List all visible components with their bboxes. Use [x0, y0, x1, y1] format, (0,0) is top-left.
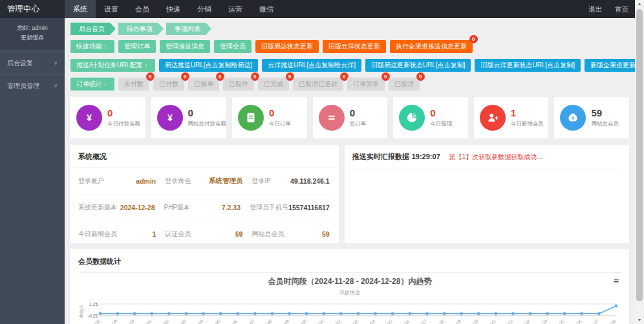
- breadcrumb-item-1[interactable]: 待办事项: [118, 23, 164, 35]
- nav-right-links: 退出首页: [582, 0, 635, 18]
- member-stats-panel: 会员数据统计 会员时间段（2024-11-28 - 2024-12-28）内趋势…: [70, 249, 629, 324]
- svg-text:12/03: 12/03: [176, 318, 187, 324]
- order-stat-button-2[interactable]: 已接单0: [188, 78, 219, 91]
- svg-text:12/24: 12/24: [537, 318, 548, 324]
- push-url-button-2[interactable]: 旧版易达更新状态URL[点击复制]: [365, 59, 471, 72]
- system-cell: 网站总会员59: [252, 221, 330, 243]
- chart-menu-icon[interactable]: ≡: [614, 277, 619, 286]
- push-report-message: 第【1】次获取新数据获取成功...: [449, 153, 542, 160]
- order-stat-button-0[interactable]: 未付数0: [118, 78, 149, 91]
- system-cell-value: 49.118.246.1: [290, 177, 330, 185]
- breadcrumb-item-2[interactable]: 事项列表: [166, 23, 211, 35]
- svg-text:12/07: 12/07: [245, 318, 256, 324]
- order-stat-button-5[interactable]: 已取消已退款0: [293, 78, 343, 91]
- order-stat-button-6[interactable]: 订单异常0: [347, 78, 385, 91]
- system-cell-label: 网站总会员: [252, 230, 284, 239]
- trend-line-chart: 单位/人1.25-0.2511/2811/2911/3012/0112/0212…: [78, 299, 621, 324]
- stat-card-meta: 0总订单: [350, 107, 367, 128]
- sidebar-menu: 后台设置∨管理员管理∨: [0, 52, 65, 97]
- sidebar-item-0[interactable]: 后台设置∨: [0, 52, 65, 74]
- push-url-button-0[interactable]: 易达推送URL[点击复制给易达]: [159, 59, 259, 72]
- push-report-title: 推送实时汇报数据: [352, 153, 409, 160]
- chart-title: 会员时间段（2024-11-28 - 2024-12-28）内趋势: [78, 276, 621, 287]
- nav-link-1[interactable]: 首页: [608, 0, 635, 18]
- stat-card-meta: 0今日订单: [269, 107, 291, 128]
- quick-orange-button-0[interactable]: 旧版易达状态更新: [255, 40, 319, 53]
- badge: 0: [416, 72, 425, 81]
- quick-orange-button-1[interactable]: 旧版云洋状态更新: [323, 40, 386, 53]
- system-cell-value: 1: [152, 230, 156, 238]
- stat-card-value: 59: [591, 107, 619, 118]
- nav-item-6[interactable]: 微信: [251, 0, 282, 18]
- sidebar-item-label: 管理员管理: [7, 81, 39, 91]
- nav-item-3[interactable]: 快递: [158, 0, 189, 18]
- system-cell-value: admin: [136, 177, 156, 185]
- svg-text:12/15: 12/15: [382, 318, 393, 324]
- stat-card-value: 0: [269, 107, 291, 118]
- chart-head: 会员时间段（2024-11-28 - 2024-12-28）内趋势 讯敏快递 ≡: [78, 276, 621, 296]
- sidebar-item-1[interactable]: 管理员管理∨: [0, 74, 65, 97]
- user-add-icon: [480, 105, 506, 131]
- order-stats-row: 订单统计： 未付数0已付数0已接单0已取件0已完成0已取消已退款0订单异常0已取…: [70, 78, 629, 91]
- svg-text:11/29: 11/29: [107, 318, 118, 324]
- svg-text:-0.25: -0.25: [88, 314, 98, 318]
- svg-text:12/05: 12/05: [210, 318, 221, 324]
- system-cell: PHP版本7.2.33: [164, 195, 250, 221]
- stat-card-value: 0: [430, 107, 452, 118]
- nav-link-0[interactable]: 退出: [582, 0, 608, 18]
- nav-items: 系统设置会员快递分销运营微信: [65, 0, 282, 18]
- push-url-button-4[interactable]: 新版全渠道更新状态URL[点击复制]: [585, 59, 635, 72]
- system-cell-label: 管理员手机号: [250, 203, 288, 212]
- stat-card-meta: 0今日付款金额: [107, 107, 140, 128]
- nav-item-5[interactable]: 运营: [220, 0, 251, 18]
- stat-card-5[interactable]: 1今日新增会员: [474, 97, 549, 138]
- svg-text:12/06: 12/06: [228, 318, 239, 324]
- scroll-down-icon[interactable]: ▼: [635, 316, 644, 324]
- stat-card-2[interactable]: 0今日订单: [232, 97, 307, 138]
- page-scrollbar[interactable]: ▲ ▼: [635, 0, 644, 324]
- push-url-button-1[interactable]: 云洋推送URL[点击复制给云洋]: [262, 59, 361, 72]
- quick-green-button-2[interactable]: 管理会员: [214, 40, 252, 53]
- stat-card-label: 网站总付款金额: [188, 120, 227, 128]
- system-cell-label: 登录账户: [78, 177, 104, 186]
- stat-card-label: 今日新增会员: [511, 120, 544, 128]
- stat-card-meta: 0今日提现: [430, 107, 452, 128]
- order-stat-button-3[interactable]: 已取件0: [223, 78, 254, 91]
- stat-card-label: 今日付款金额: [107, 120, 140, 128]
- scrollbar-thumb[interactable]: [636, 9, 643, 301]
- nav-item-2[interactable]: 会员: [127, 0, 158, 18]
- order-stat-button-7[interactable]: 已取消0: [389, 78, 420, 91]
- order-stat-button-4[interactable]: 已完成0: [258, 78, 289, 91]
- push-report-line: 推送实时汇报数据19:29:07第【1】次获取新数据获取成功...: [352, 145, 621, 170]
- breadcrumb-item-0[interactable]: 后台首页: [70, 23, 116, 35]
- svg-text:12/26: 12/26: [572, 318, 583, 324]
- chevron-down-icon: ∨: [54, 83, 58, 89]
- quick-green-button-1[interactable]: 管理推送消息: [160, 40, 210, 53]
- order-stat-button-1[interactable]: 已付数0: [153, 78, 184, 91]
- push-url-button-3[interactable]: 旧版云洋更新状态URL[点击复制]: [475, 59, 581, 72]
- chevron-down-icon: ∨: [54, 60, 58, 66]
- stat-card-1[interactable]: ¥0网站总付款金额: [151, 97, 227, 138]
- moneybag-icon: ¥: [560, 105, 586, 131]
- stat-card-value: 0: [188, 107, 227, 118]
- svg-text:12/19: 12/19: [451, 318, 462, 324]
- refresh-cache-link[interactable]: 更新缓存: [1, 33, 63, 43]
- quick-orange-button-2[interactable]: 执行全渠道推送信息更新0: [390, 40, 473, 53]
- stat-card-3[interactable]: 0总订单: [313, 97, 388, 138]
- svg-text:12/01: 12/01: [142, 318, 153, 324]
- push-url-row: 推送/计划任务URL配置： 易达推送URL[点击复制给易达]云洋推送URL[点击…: [70, 59, 629, 72]
- system-cell: 登录账户admin: [78, 168, 165, 194]
- stat-card-0[interactable]: ¥0今日付款金额: [70, 97, 145, 138]
- nav-item-4[interactable]: 分销: [189, 0, 220, 18]
- stat-card-4[interactable]: 0今日提现: [393, 97, 468, 138]
- svg-text:12/13: 12/13: [348, 318, 359, 324]
- push-url-label: 推送/计划任务URL配置：: [70, 59, 155, 72]
- svg-text:12/21: 12/21: [486, 318, 497, 324]
- quick-green-button-0[interactable]: 管理订单: [118, 40, 156, 53]
- stat-card-6[interactable]: ¥59网站总会员: [554, 97, 629, 138]
- nav-item-0[interactable]: 系统: [65, 0, 96, 18]
- breadcrumb: 后台首页待办事项事项列表: [70, 23, 629, 35]
- nav-item-1[interactable]: 设置: [96, 0, 127, 18]
- scroll-up-icon[interactable]: ▲: [635, 0, 644, 8]
- system-cell-label: PHP版本: [164, 203, 191, 212]
